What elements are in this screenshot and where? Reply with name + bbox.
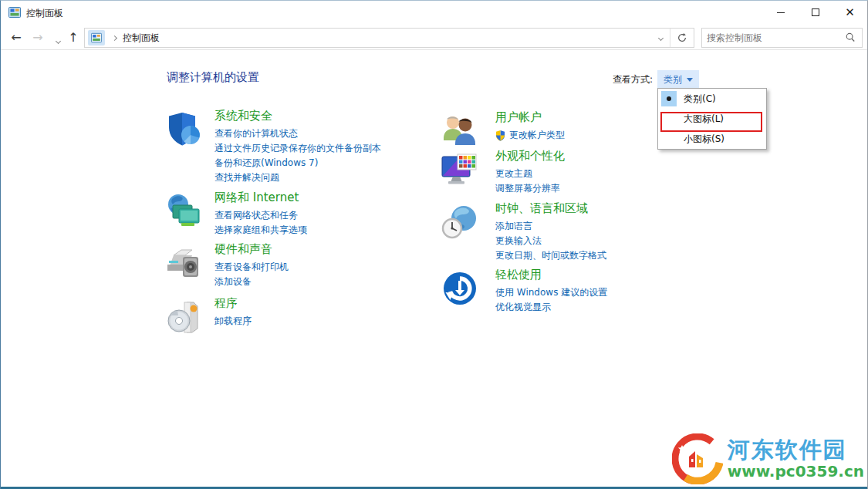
close-button[interactable]: ✕ bbox=[833, 1, 867, 24]
clock-language-region-icon[interactable] bbox=[441, 204, 478, 241]
watermark-site-name: 河东软件园 bbox=[728, 437, 864, 462]
task-link[interactable]: 卸载程序 bbox=[214, 314, 252, 329]
up-button[interactable]: ↑ bbox=[64, 28, 83, 46]
task-link[interactable]: 查找并解决问题 bbox=[214, 170, 381, 185]
search-input[interactable] bbox=[702, 32, 845, 43]
category-title[interactable]: 程序 bbox=[214, 296, 252, 311]
category-title[interactable]: 轻松使用 bbox=[495, 268, 607, 282]
category-title[interactable]: 用户帐户 bbox=[495, 110, 565, 125]
menu-item-small-icons[interactable]: 小图标(S) bbox=[658, 129, 766, 149]
control-panel-window: 控制面板 ✕ ← → ↑ 控制面板 bbox=[0, 0, 868, 489]
category-title[interactable]: 外观和个性化 bbox=[495, 149, 565, 164]
task-link[interactable]: 调整屏幕分辨率 bbox=[495, 181, 565, 196]
category-programs: 程序 卸载程序 bbox=[166, 296, 252, 336]
category-user-accounts: 用户帐户 更改帐户类型 bbox=[441, 110, 565, 150]
search-icon[interactable] bbox=[845, 32, 856, 43]
category-title[interactable]: 系统和安全 bbox=[214, 109, 381, 123]
uac-shield-icon bbox=[495, 130, 505, 141]
task-link[interactable]: 备份和还原(Windows 7) bbox=[214, 156, 381, 170]
maximize-icon bbox=[812, 8, 819, 16]
chevron-down-icon bbox=[657, 35, 663, 40]
watermark: 河东软件园 www.pc0359.cn bbox=[672, 433, 864, 484]
watermark-site-url: www.pc0359.cn bbox=[728, 462, 864, 481]
maximize-button[interactable] bbox=[798, 1, 833, 24]
title-bar: 控制面板 ✕ bbox=[1, 1, 867, 24]
chevron-down-icon bbox=[55, 38, 60, 43]
task-link[interactable]: 更改主题 bbox=[495, 167, 565, 181]
category-title[interactable]: 硬件和声音 bbox=[214, 242, 289, 257]
task-link[interactable]: 查看设备和打印机 bbox=[214, 260, 289, 275]
task-link[interactable]: 添加语言 bbox=[495, 219, 606, 234]
refresh-button[interactable] bbox=[670, 32, 694, 43]
category-system-security: 系统和安全 查看你的计算机状态 通过文件历史记录保存你的文件备份副本 备份和还原… bbox=[166, 109, 381, 185]
category-network-internet: 网络和 Internet 查看网络状态和任务 选择家庭组和共享选项 bbox=[166, 191, 307, 238]
task-link[interactable]: 使用 Windows 建议的设置 bbox=[495, 285, 607, 300]
category-ease-of-access: 轻松使用 使用 Windows 建议的设置 优化视觉显示 bbox=[441, 268, 607, 315]
task-link[interactable]: 通过文件历史记录保存你的文件备份副本 bbox=[214, 141, 381, 156]
task-link[interactable]: 优化视觉显示 bbox=[495, 300, 607, 315]
refresh-icon bbox=[677, 32, 687, 43]
window-title: 控制面板 bbox=[26, 7, 63, 20]
category-title[interactable]: 网络和 Internet bbox=[214, 191, 307, 205]
task-link[interactable]: 更换输入法 bbox=[495, 234, 606, 248]
menu-item-category[interactable]: 类别(C) bbox=[658, 89, 766, 109]
address-bar[interactable]: 控制面板 bbox=[84, 28, 694, 48]
appearance-icon[interactable] bbox=[441, 151, 478, 188]
control-panel-icon bbox=[8, 6, 21, 19]
radio-selected-icon bbox=[661, 91, 677, 106]
category-clock-language-region: 时钟、语言和区域 添加语言 更换输入法 更改日期、时间或数字格式 bbox=[441, 201, 606, 263]
minimize-icon bbox=[777, 12, 785, 13]
security-shield-icon[interactable] bbox=[166, 111, 203, 148]
control-panel-icon bbox=[91, 32, 102, 43]
user-accounts-icon[interactable] bbox=[441, 113, 478, 150]
view-by-value: 类别 bbox=[664, 73, 682, 86]
page-title: 调整计算机的设置 bbox=[167, 70, 259, 85]
forward-button[interactable]: → bbox=[29, 28, 47, 46]
site-logo-icon bbox=[672, 433, 723, 484]
caret-down-icon bbox=[687, 78, 693, 82]
view-by-menu: 类别(C) 大图标(L) 小图标(S) bbox=[657, 88, 767, 150]
close-icon: ✕ bbox=[845, 7, 855, 19]
breadcrumb[interactable]: 控制面板 bbox=[123, 32, 160, 45]
view-by-control: 查看方式: 类别 bbox=[613, 70, 699, 89]
task-link[interactable]: 查看网络状态和任务 bbox=[214, 208, 307, 223]
task-link[interactable]: 添加设备 bbox=[214, 275, 289, 289]
network-icon[interactable] bbox=[166, 193, 203, 230]
programs-icon[interactable] bbox=[166, 298, 203, 336]
ease-of-access-icon[interactable] bbox=[441, 270, 478, 307]
minimize-button[interactable] bbox=[763, 1, 798, 24]
back-button[interactable]: ← bbox=[7, 28, 25, 46]
menu-item-large-icons[interactable]: 大图标(L) bbox=[658, 109, 766, 129]
category-title[interactable]: 时钟、语言和区域 bbox=[495, 201, 606, 216]
category-appearance-personalization: 外观和个性化 更改主题 调整屏幕分辨率 bbox=[441, 149, 565, 196]
search-box[interactable] bbox=[701, 28, 863, 48]
task-link[interactable]: 选择家庭组和共享选项 bbox=[214, 223, 307, 238]
view-by-dropdown-button[interactable]: 类别 bbox=[657, 70, 699, 89]
task-link[interactable]: 更改日期、时间或数字格式 bbox=[495, 248, 606, 263]
category-hardware-sound: 硬件和声音 查看设备和打印机 添加设备 bbox=[166, 242, 289, 289]
task-link[interactable]: 更改帐户类型 bbox=[495, 128, 565, 143]
navigation-bar: ← → ↑ 控制面板 bbox=[1, 24, 867, 50]
view-by-label: 查看方式: bbox=[613, 73, 653, 86]
hardware-sound-icon[interactable] bbox=[166, 244, 203, 282]
address-dropdown-button[interactable] bbox=[651, 36, 670, 40]
address-location-icon-box[interactable] bbox=[88, 30, 105, 46]
task-link[interactable]: 查看你的计算机状态 bbox=[214, 126, 381, 141]
breadcrumb-chevron-icon bbox=[112, 35, 117, 40]
